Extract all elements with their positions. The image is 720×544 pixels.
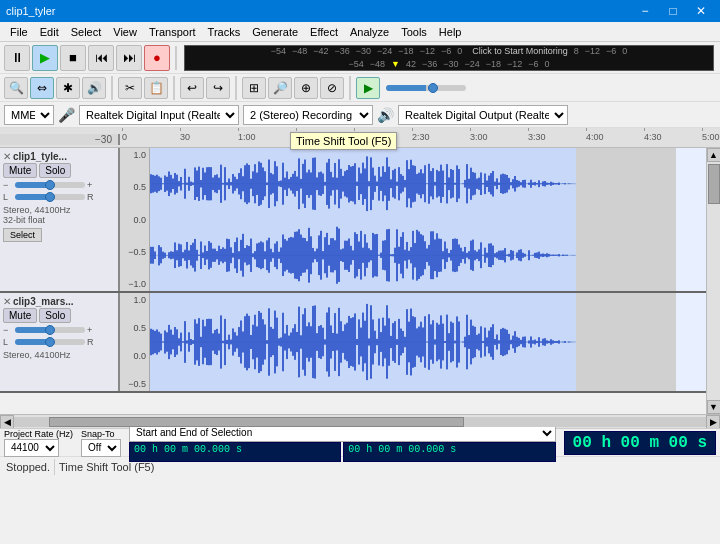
zoom-sel-button[interactable]: ⊕ bbox=[294, 77, 318, 99]
vu-meter[interactable]: −54−48−42−36−30−24−18−12−60 Click to Sta… bbox=[184, 45, 714, 71]
zoom-fit-button[interactable]: ⊞ bbox=[242, 77, 266, 99]
track-1: ✕ clip1_tyle... Mute Solo − + L bbox=[0, 148, 706, 293]
track-2-waveform[interactable]: 1.0 0.5 0.0 −0.5 bbox=[120, 293, 706, 391]
input-device-select[interactable]: Realtek Digital Input (Realtek) bbox=[79, 105, 239, 125]
track-2-mute[interactable]: Mute bbox=[3, 308, 37, 323]
track-1-waveform[interactable]: 1.0 0.5 0.0 −0.5 −1.0 bbox=[120, 148, 706, 291]
audio-host-select[interactable]: MME bbox=[4, 105, 54, 125]
vscroll-down[interactable]: ▼ bbox=[707, 400, 721, 414]
vertical-scrollbar[interactable]: ▲ ▼ bbox=[706, 148, 720, 414]
tooltip-popup: Time Shift Tool (F5) bbox=[290, 132, 397, 150]
t2-volume-plus-label: + bbox=[87, 325, 97, 335]
redo-button[interactable]: ↪ bbox=[206, 77, 230, 99]
menu-item-analyze[interactable]: Analyze bbox=[344, 24, 395, 40]
skip-start-button[interactable]: ⏮ bbox=[88, 45, 114, 71]
channels-select[interactable]: 2 (Stereo) Recording Cha... bbox=[243, 105, 373, 125]
track-2-controls: ✕ clip3_mars... Mute Solo − + L bbox=[0, 293, 120, 391]
menu-item-help[interactable]: Help bbox=[433, 24, 468, 40]
output-device-select[interactable]: Realtek Digital Output (Realtek) bbox=[398, 105, 568, 125]
menu-item-select[interactable]: Select bbox=[65, 24, 108, 40]
track-2-canvas bbox=[120, 293, 676, 391]
device-row: MME 🎤 Realtek Digital Input (Realtek) 2 … bbox=[0, 102, 720, 128]
hscroll-left[interactable]: ◀ bbox=[0, 415, 14, 429]
zoom-toggle-button[interactable]: ⊘ bbox=[320, 77, 344, 99]
separator bbox=[235, 76, 237, 100]
snap-to-select[interactable]: Off bbox=[81, 439, 121, 457]
window-controls: − □ ✕ bbox=[632, 2, 714, 20]
track-1-y-axis: 1.0 0.5 0.0 −0.5 −1.0 bbox=[120, 148, 150, 291]
hscroll-right[interactable]: ▶ bbox=[706, 415, 720, 429]
multi-tool-button[interactable]: ✱ bbox=[56, 77, 80, 99]
pause-button[interactable]: ⏸ bbox=[4, 45, 30, 71]
t2-pan-l-label: L bbox=[3, 337, 13, 347]
track-1-select[interactable]: Select bbox=[3, 228, 42, 242]
titlebar: clip1_tyler − □ ✕ bbox=[0, 0, 720, 22]
track-1-mute[interactable]: Mute bbox=[3, 163, 37, 178]
transport-toolbar: ⏸ ▶ ■ ⏮ ⏭ ● −54−48−42−36−30−24−18−12−60 … bbox=[0, 42, 720, 74]
snap-to-label: Snap-To bbox=[81, 429, 121, 439]
cut-button[interactable]: ✂ bbox=[118, 77, 142, 99]
track-1-gain-slider[interactable] bbox=[15, 182, 85, 188]
project-rate-select[interactable]: 44100 bbox=[4, 439, 59, 457]
track-2-gain-slider[interactable] bbox=[15, 327, 85, 333]
track-2-name: clip3_mars... bbox=[13, 296, 115, 307]
play-button[interactable]: ▶ bbox=[32, 45, 58, 71]
track-1-info: Stereo, 44100Hz 32-bit float bbox=[3, 205, 115, 225]
paste-button[interactable]: 📋 bbox=[144, 77, 168, 99]
bottom-controls: Project Rate (Hz) 44100 Snap-To Off Star… bbox=[0, 428, 720, 456]
output-volume-slider[interactable] bbox=[386, 85, 466, 91]
selection-start-time[interactable]: 00 h 00 m 00.000 s bbox=[129, 442, 341, 462]
stop-button[interactable]: ■ bbox=[60, 45, 86, 71]
ruler-canvas bbox=[120, 128, 720, 145]
volume-button[interactable]: 🔊 bbox=[82, 77, 106, 99]
undo-button[interactable]: ↩ bbox=[180, 77, 204, 99]
menubar: FileEditSelectViewTransportTracksGenerat… bbox=[0, 22, 720, 42]
close-button[interactable]: ✕ bbox=[688, 2, 714, 20]
big-timer: 00 h 00 m 00 s bbox=[564, 431, 716, 455]
zoom-in-button[interactable]: 🔍 bbox=[4, 77, 28, 99]
menu-item-edit[interactable]: Edit bbox=[34, 24, 65, 40]
track-1-solo[interactable]: Solo bbox=[39, 163, 71, 178]
skip-end-button[interactable]: ⏭ bbox=[116, 45, 142, 71]
menu-item-tracks[interactable]: Tracks bbox=[202, 24, 247, 40]
menu-item-generate[interactable]: Generate bbox=[246, 24, 304, 40]
track-1-pan-slider[interactable] bbox=[15, 194, 85, 200]
mic-icon: 🎤 bbox=[58, 107, 75, 123]
project-rate-label: Project Rate (Hz) bbox=[4, 429, 73, 439]
minimize-button[interactable]: − bbox=[632, 2, 658, 20]
separator bbox=[349, 76, 351, 100]
separator bbox=[111, 76, 113, 100]
track-2-solo[interactable]: Solo bbox=[39, 308, 71, 323]
separator bbox=[175, 46, 177, 70]
time-shift-tool-button[interactable]: ⇔ bbox=[30, 77, 54, 99]
track-2-pan-slider[interactable] bbox=[15, 339, 85, 345]
hscroll-track[interactable] bbox=[14, 417, 706, 427]
track-1-close[interactable]: ✕ bbox=[3, 151, 11, 162]
status-text: Stopped. bbox=[6, 461, 50, 473]
hscroll-thumb[interactable] bbox=[49, 417, 464, 427]
t2-volume-minus-label: − bbox=[3, 325, 13, 335]
track-2: ✕ clip3_mars... Mute Solo − + L bbox=[0, 293, 706, 393]
track-2-y-axis: 1.0 0.5 0.0 −0.5 bbox=[120, 293, 150, 391]
maximize-button[interactable]: □ bbox=[660, 2, 686, 20]
speaker-icon: 🔊 bbox=[377, 107, 394, 123]
pan-l-label: L bbox=[3, 192, 13, 202]
play-green-button[interactable]: ▶ bbox=[356, 77, 380, 99]
zoom-out-button[interactable]: 🔎 bbox=[268, 77, 292, 99]
menu-item-file[interactable]: File bbox=[4, 24, 34, 40]
menu-item-effect[interactable]: Effect bbox=[304, 24, 344, 40]
volume-plus-label: + bbox=[87, 180, 97, 190]
horizontal-scrollbar[interactable]: ◀ ▶ bbox=[0, 414, 720, 428]
ruler-offset-label: −30 bbox=[95, 134, 112, 145]
titlebar-title: clip1_tyler bbox=[6, 5, 56, 17]
track-2-close[interactable]: ✕ bbox=[3, 296, 11, 307]
separator bbox=[173, 76, 175, 100]
vscroll-up[interactable]: ▲ bbox=[707, 148, 721, 162]
menu-item-transport[interactable]: Transport bbox=[143, 24, 202, 40]
track-2-info: Stereo, 44100Hz bbox=[3, 350, 115, 360]
record-button[interactable]: ● bbox=[144, 45, 170, 71]
menu-item-tools[interactable]: Tools bbox=[395, 24, 433, 40]
menu-item-view[interactable]: View bbox=[107, 24, 143, 40]
selection-end-time[interactable]: 00 h 00 m 00.000 s bbox=[343, 442, 555, 462]
vscroll-thumb[interactable] bbox=[708, 164, 720, 204]
